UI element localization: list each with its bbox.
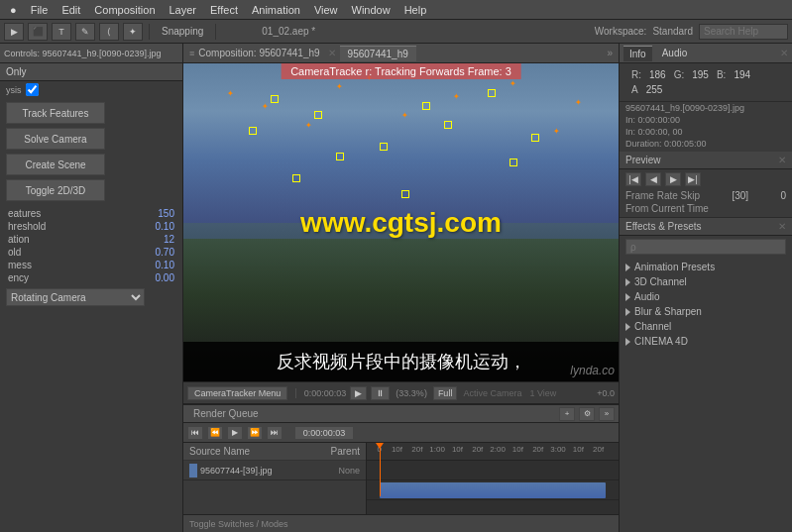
comp-viewport[interactable]: ✦ ✦ ✦ ✦ ✦ ✦ ✦ ✦ ✦ ✦ www.cgtsj.com Camera… xyxy=(183,63,619,381)
alpha-row: A 255 xyxy=(625,82,786,97)
param-ency-value: 0.00 xyxy=(156,272,174,283)
track-name: 95607744-[39].jpg xyxy=(200,466,273,476)
effects-cat-3d[interactable]: 3D Channel xyxy=(620,274,792,289)
tl-ctrl-3[interactable]: ⏩ xyxy=(247,426,263,440)
track-dot-7 xyxy=(292,174,300,182)
toolbar-btn-6[interactable]: ✦ xyxy=(123,23,143,41)
timeline-content[interactable] xyxy=(367,461,619,514)
toolbar-right: Workspace: Standard xyxy=(595,24,788,40)
toolbar-btn-4[interactable]: ✎ xyxy=(75,23,95,41)
clip-bar[interactable] xyxy=(380,482,607,498)
menu-view[interactable]: View xyxy=(308,2,344,18)
tl-time-display[interactable]: 0:00:00:03 xyxy=(294,426,354,440)
param-features-name: eatures xyxy=(8,208,41,219)
tl-ctrl-1[interactable]: ⏮ xyxy=(187,426,203,440)
menu-file[interactable]: File xyxy=(25,2,55,18)
ruler-label-1s10f: 10f xyxy=(452,445,463,454)
menu-edit[interactable]: Edit xyxy=(56,2,86,18)
effects-cat-channel[interactable]: Channel xyxy=(620,319,792,334)
track-dot-8 xyxy=(422,102,430,110)
source-name-info: 95607441_h9.[0090-0239].jpg xyxy=(620,102,792,114)
rgba-section: R: 186 G: 195 B: 194 A 255 xyxy=(620,63,792,102)
menu-apple[interactable]: ● xyxy=(4,2,23,18)
controls-panel-title: Only xyxy=(0,63,182,81)
tl-ctrl-2[interactable]: ⏪ xyxy=(207,426,223,440)
comp-header-title: Composition: 95607441_h9 xyxy=(198,48,319,58)
file-name: 01_02.aep * xyxy=(262,26,315,37)
frame-rate-label: Frame Rate Skip xyxy=(625,190,700,201)
param-features-value: 150 xyxy=(158,208,174,219)
comp-play-btn[interactable]: ▶ xyxy=(350,386,367,400)
ruler-label-1s: 1:00 xyxy=(429,445,445,454)
from-current-label: From Current Time xyxy=(625,203,709,214)
track-parent: None xyxy=(338,466,360,476)
tl-add-btn[interactable]: + xyxy=(559,407,575,421)
from-current-row: From Current Time xyxy=(620,202,792,215)
effects-cat-audio-label: Audio xyxy=(634,291,660,302)
prev-play-btn[interactable]: ▶ xyxy=(665,172,681,186)
comp-quality-btn[interactable]: Full xyxy=(433,386,458,400)
menu-help[interactable]: Help xyxy=(398,2,433,18)
audio-tab[interactable]: Audio xyxy=(656,46,694,60)
timeline-bottom-bar: Toggle Switches / Modes xyxy=(183,514,619,532)
bird-3: ✦ xyxy=(336,82,343,91)
param-duration-value: 12 xyxy=(164,234,174,245)
comp-time-display: 0:00:00:03 xyxy=(304,388,347,398)
tl-settings-btn[interactable]: ⚙ xyxy=(579,407,595,421)
render-queue-tab[interactable]: Render Queue xyxy=(187,406,265,421)
preview-controls: |◀ ◀ ▶ ▶| xyxy=(620,169,792,189)
tl-ctrl-play[interactable]: ▶ xyxy=(227,426,243,440)
panel-close-icon[interactable]: ✕ xyxy=(780,48,788,58)
bird-10: ✦ xyxy=(305,121,312,130)
effects-cat-blur[interactable]: Blur & Sharpen xyxy=(620,304,792,319)
info-tab[interactable]: Info xyxy=(623,46,652,61)
menu-effect[interactable]: Effect xyxy=(204,2,244,18)
comp-tab[interactable]: 95607441_h9 xyxy=(340,46,416,61)
timeline-header: Render Queue + ⚙ » xyxy=(183,405,619,423)
axis-checkbox[interactable] xyxy=(26,83,39,96)
a-label: A xyxy=(631,84,638,95)
track-labels-panel: Source Name Parent 95607744-[39].jpg Non… xyxy=(183,443,367,514)
camera-tracker-menu-tab[interactable]: CameraTracker Menu xyxy=(187,386,287,400)
ruler-label-2s10f: 10f xyxy=(512,445,523,454)
effects-search-input[interactable] xyxy=(625,239,786,255)
camera-type-dropdown[interactable]: Rotating Camera xyxy=(6,288,145,306)
prev-back-btn[interactable]: ◀ xyxy=(645,172,661,186)
prev-first-btn[interactable]: |◀ xyxy=(625,172,641,186)
expand-animation-icon xyxy=(625,264,630,271)
frame-rate-row: Frame Rate Skip [30] 0 xyxy=(620,189,792,202)
effects-cat-animation[interactable]: Animation Presets xyxy=(620,260,792,274)
comp-offset: +0.0 xyxy=(597,388,615,398)
toolbar-btn-3[interactable]: T xyxy=(52,23,71,41)
tl-ctrl-4[interactable]: ⏭ xyxy=(267,426,283,440)
timeline-area: Render Queue + ⚙ » ⏮ ⏪ ▶ ⏩ ⏭ 0:00:00:03 … xyxy=(183,403,619,532)
toolbar-btn-2[interactable]: ⬛ xyxy=(28,23,48,41)
toolbar: ▶ ⬛ T ✎ ⟨ ✦ Snapping 01_02.aep * Workspa… xyxy=(0,20,792,44)
solve-camera-button[interactable]: Solve Camera xyxy=(6,128,105,150)
time-out-info: Duration: 0:00:05:00 xyxy=(620,138,792,150)
toolbar-btn-1[interactable]: ▶ xyxy=(4,23,24,41)
param-hold-value: 0.70 xyxy=(156,247,174,258)
toggle-2d3d-button[interactable]: Toggle 2D/3D xyxy=(6,179,105,201)
timeline-tracks: Source Name Parent 95607744-[39].jpg Non… xyxy=(183,443,619,514)
menu-composition[interactable]: Composition xyxy=(88,2,161,18)
prev-fwd-btn[interactable]: ▶| xyxy=(685,172,701,186)
timeline-header-controls: + ⚙ » xyxy=(559,407,615,421)
param-threshold: hreshold 0.10 xyxy=(0,220,182,233)
toolbar-btn-5[interactable]: ⟨ xyxy=(99,23,119,41)
track-features-button[interactable]: Track Features xyxy=(6,102,105,124)
comp-stop-btn[interactable]: ⏸ xyxy=(371,386,390,400)
effects-cat-cinema4d[interactable]: CINEMA 4D xyxy=(620,334,792,349)
timeline-ruler: 0 10f 20f 1:00 10f 20f 2:00 10f 20f 3:00… xyxy=(367,443,619,461)
preview-header: Preview ✕ xyxy=(620,152,792,169)
search-help-input[interactable] xyxy=(699,24,788,40)
menu-animation[interactable]: Animation xyxy=(246,2,306,18)
tl-expand-btn[interactable]: » xyxy=(599,407,615,421)
ruler-label-10f: 10f xyxy=(392,445,402,454)
create-scene-button[interactable]: Create Scene xyxy=(6,154,105,175)
effects-cat-audio[interactable]: Audio xyxy=(620,289,792,304)
track-dot-10 xyxy=(401,190,409,198)
toggle-switches-label: Toggle Switches / Modes xyxy=(189,519,288,529)
menu-window[interactable]: Window xyxy=(346,2,396,18)
menu-layer[interactable]: Layer xyxy=(164,2,203,18)
